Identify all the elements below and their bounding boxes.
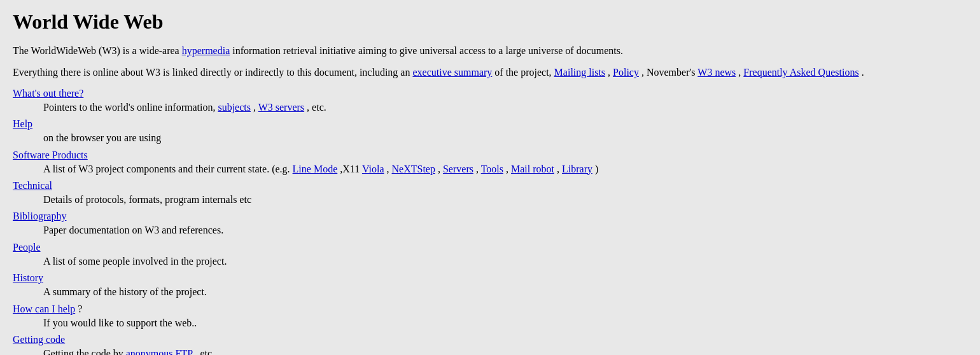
main-list: What's out there? Pointers to the world'…	[13, 88, 967, 355]
help-desc: on the browser you are using	[43, 131, 967, 145]
servers-link[interactable]: Servers	[443, 164, 473, 174]
history-link[interactable]: History	[13, 272, 43, 283]
history-desc: A summary of the history of the project.	[43, 285, 967, 299]
intro2-period: .	[862, 67, 864, 78]
bibliography-desc: Paper documentation on W3 and references…	[43, 223, 967, 237]
whats-out-there-link[interactable]: What's out there?	[13, 88, 83, 99]
intro-paragraph-1: The WorldWideWeb (W3) is a wide-area hyp…	[13, 44, 967, 58]
how-can-i-help-term: How can I help ?	[13, 303, 967, 315]
technical-term: Technical	[13, 180, 967, 191]
intro-paragraph-2: Everything there is online about W3 is l…	[13, 66, 967, 80]
help-link[interactable]: Help	[13, 118, 32, 129]
nextstep-link[interactable]: NeXTStep	[392, 164, 435, 174]
whats-out-there-desc: Pointers to the world's online informati…	[43, 101, 967, 115]
how-can-i-help-desc: If you would like to support the web..	[43, 316, 967, 330]
getting-code-term: Getting code	[13, 334, 967, 345]
how-can-i-help-link[interactable]: How can I help	[13, 303, 75, 314]
mailing-lists-link[interactable]: Mailing lists	[554, 67, 605, 78]
intro2-text-2: of the project,	[494, 67, 554, 78]
w3servers-link[interactable]: W3 servers	[258, 102, 304, 113]
intro2-text-3: , November's	[641, 67, 697, 78]
intro1-text-before-link: The WorldWideWeb (W3) is a wide-area	[13, 45, 179, 56]
policy-link[interactable]: Policy	[613, 67, 639, 78]
technical-desc: Details of protocols, formats, program i…	[43, 193, 967, 207]
library-link[interactable]: Library	[562, 164, 592, 174]
mailrobot-link[interactable]: Mail robot	[511, 164, 554, 174]
software-products-link[interactable]: Software Products	[13, 150, 88, 160]
faq-link[interactable]: Frequently Asked Questions	[743, 67, 858, 78]
anonymous-ftp-link[interactable]: anonymous FTP	[126, 348, 193, 355]
linemode-link[interactable]: Line Mode	[293, 164, 338, 174]
bibliography-term: Bibliography	[13, 211, 967, 222]
intro2-text-1: Everything there is online about W3 is l…	[13, 67, 412, 78]
w3news-link[interactable]: W3 news	[697, 67, 736, 78]
people-desc: A list of some people involved in the pr…	[43, 254, 967, 268]
hypermedia-link[interactable]: hypermedia	[182, 45, 230, 56]
technical-link[interactable]: Technical	[13, 180, 52, 191]
people-term: People	[13, 242, 967, 253]
tools-link[interactable]: Tools	[481, 164, 503, 174]
intro1-text-after-link: information retrieval initiative aiming …	[232, 45, 623, 56]
page-title: World Wide Web	[13, 10, 967, 34]
subjects-link[interactable]: subjects	[218, 102, 251, 113]
software-products-desc: A list of W3 project components and thei…	[43, 162, 967, 176]
getting-code-link[interactable]: Getting code	[13, 334, 65, 345]
bibliography-link[interactable]: Bibliography	[13, 211, 66, 221]
people-link[interactable]: People	[13, 242, 41, 253]
how-can-i-help-suffix: ?	[78, 303, 82, 314]
viola-link[interactable]: Viola	[362, 164, 384, 174]
history-term: History	[13, 272, 967, 284]
intro2-comma1: ,	[608, 67, 613, 78]
software-products-term: Software Products	[13, 150, 967, 161]
whats-out-there-term: What's out there?	[13, 88, 967, 99]
getting-code-desc: Getting the code by anonymous FTP , etc.	[43, 347, 967, 355]
help-term: Help	[13, 118, 967, 130]
executive-summary-link[interactable]: executive summary	[412, 67, 492, 78]
